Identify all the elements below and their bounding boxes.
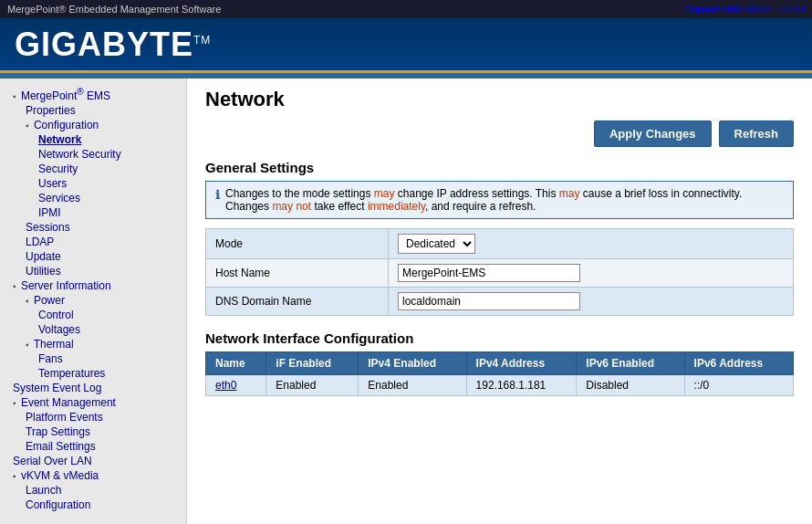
col-ipv6-address: IPv6 Address xyxy=(684,352,793,375)
nic-link-eth0[interactable]: eth0 xyxy=(215,379,236,392)
sidebar-link-mergepoint-ems[interactable]: MergePoint® EMS xyxy=(21,89,110,102)
info-text: Changes to the mode settings may change … xyxy=(225,187,784,213)
sidebar-item-serial-over-lan[interactable]: Serial Over LAN xyxy=(0,454,186,468)
sidebar-item-control[interactable]: Control xyxy=(0,308,186,322)
hostname-label: Host Name xyxy=(206,259,389,288)
content-area: Network Apply Changes Refresh General Se… xyxy=(187,79,812,524)
sidebar-item-platform-events[interactable]: Platform Events xyxy=(0,410,186,424)
general-settings-heading: General Settings xyxy=(205,160,794,175)
app-title: MergePoint® Embedded Management Software xyxy=(7,4,221,15)
sidebar-link-system-event-log[interactable]: System Event Log xyxy=(13,382,101,394)
sidebar-link-ipmi[interactable]: IPMI xyxy=(38,206,61,219)
support-link[interactable]: Support xyxy=(684,4,720,15)
sidebar-item-email-settings[interactable]: Email Settings xyxy=(0,439,186,454)
apply-changes-button[interactable]: Apply Changes xyxy=(594,121,712,147)
tree-icon: ▪ xyxy=(13,91,16,101)
sidebar-item-trap-settings[interactable]: Trap Settings xyxy=(0,424,186,439)
col-ipv4-enabled: IPv4 Enabled xyxy=(359,352,466,375)
sidebar-link-trap-settings[interactable]: Trap Settings xyxy=(26,425,90,438)
sidebar-link-utilities[interactable]: Utilities xyxy=(26,265,61,278)
sidebar-link-properties[interactable]: Properties xyxy=(26,104,76,117)
about-link[interactable]: About xyxy=(745,4,772,15)
nic-heading: Network Interface Configuration xyxy=(205,330,794,346)
sidebar-link-temperatures[interactable]: Temperatures xyxy=(38,367,105,380)
sidebar-item-sessions[interactable]: Sessions xyxy=(0,220,186,235)
sidebar-item-update[interactable]: Update xyxy=(0,249,186,264)
sidebar-item-users[interactable]: Users xyxy=(0,176,186,191)
sidebar-item-temperatures[interactable]: Temperatures xyxy=(0,366,186,381)
sidebar-link-launch[interactable]: Launch xyxy=(26,484,61,497)
table-row-hostname: Host Name xyxy=(206,259,794,288)
toolbar: Apply Changes Refresh xyxy=(205,121,794,147)
sidebar-item-event-management[interactable]: ▪ Event Management xyxy=(0,395,186,410)
sidebar-link-security[interactable]: Security xyxy=(38,162,78,175)
sidebar-link-ldap[interactable]: LDAP xyxy=(26,236,54,248)
settings-table: Mode Dedicated Shared Failover Host Name xyxy=(205,228,794,316)
sidebar-item-utilities[interactable]: Utilities xyxy=(0,264,186,278)
sidebar-link-control[interactable]: Control xyxy=(38,309,74,321)
nic-name-eth0[interactable]: eth0 xyxy=(206,375,266,396)
sidebar-link-email-settings[interactable]: Email Settings xyxy=(26,440,96,453)
sidebar-item-fans[interactable]: Fans xyxy=(0,351,186,366)
sidebar-link-users[interactable]: Users xyxy=(38,177,67,190)
nic-ipv4-enabled-eth0: Enabled xyxy=(359,375,466,396)
table-row-dns: DNS Domain Name xyxy=(206,288,794,316)
sidebar-link-event-management[interactable]: Event Management xyxy=(21,396,116,409)
sidebar-link-network-security[interactable]: Network Security xyxy=(38,148,121,161)
logo-bar: GIGABYTETM xyxy=(0,18,812,73)
sidebar-item-configuration[interactable]: ▪ Configuration xyxy=(0,118,186,132)
sidebar-item-power[interactable]: ▪ Power xyxy=(0,293,186,308)
sidebar-link-services[interactable]: Services xyxy=(38,192,80,204)
refresh-button[interactable]: Refresh xyxy=(719,121,794,147)
table-row-mode: Mode Dedicated Shared Failover xyxy=(206,229,794,259)
sidebar-item-ldap[interactable]: LDAP xyxy=(0,235,186,249)
sidebar-link-configuration[interactable]: Configuration xyxy=(34,119,99,131)
sidebar-link-config2[interactable]: Configuration xyxy=(26,498,90,511)
sidebar: ▪ MergePoint® EMS Properties ▪ Configura… xyxy=(0,79,187,524)
nic-ipv4-address-eth0: 192.168.1.181 xyxy=(466,375,577,396)
sidebar-item-network-security[interactable]: Network Security xyxy=(0,147,186,162)
sidebar-link-sessions[interactable]: Sessions xyxy=(26,221,70,234)
sidebar-item-ipmi[interactable]: IPMI xyxy=(0,205,186,220)
sidebar-link-network[interactable]: Network xyxy=(38,133,81,146)
tree-icon-server: ▪ xyxy=(13,281,16,291)
main-layout: ▪ MergePoint® EMS Properties ▪ Configura… xyxy=(0,79,812,524)
nic-ipv6-address-eth0: ::/0 xyxy=(684,375,793,396)
col-if-enabled: iF Enabled xyxy=(266,352,359,375)
nic-if-enabled-eth0: Enabled xyxy=(266,375,359,396)
hostname-input[interactable] xyxy=(398,264,580,282)
sidebar-item-launch[interactable]: Launch xyxy=(0,483,186,498)
sidebar-item-vkvm-vmedia[interactable]: ▪ vKVM & vMedia xyxy=(0,468,186,483)
dns-input[interactable] xyxy=(398,292,580,310)
col-ipv6-enabled: IPv6 Enabled xyxy=(577,352,684,375)
sidebar-link-power[interactable]: Power xyxy=(34,294,65,307)
sidebar-link-thermal[interactable]: Thermal xyxy=(34,338,74,351)
top-bar: MergePoint® Embedded Management Software… xyxy=(0,0,812,18)
sidebar-link-platform-events[interactable]: Platform Events xyxy=(26,411,103,424)
nic-row-eth0: eth0 Enabled Enabled 192.168.1.181 Disab… xyxy=(206,375,794,396)
mode-label: Mode xyxy=(206,229,389,259)
sidebar-link-vkvm-vmedia[interactable]: vKVM & vMedia xyxy=(21,469,99,482)
sidebar-item-security[interactable]: Security xyxy=(0,162,186,176)
sidebar-link-fans[interactable]: Fans xyxy=(38,352,63,365)
sidebar-item-mergepoint-ems[interactable]: ▪ MergePoint® EMS xyxy=(0,86,186,103)
sidebar-item-services[interactable]: Services xyxy=(0,191,186,205)
sidebar-item-server-information[interactable]: ▪ Server Information xyxy=(0,278,186,293)
sidebar-link-server-information[interactable]: Server Information xyxy=(21,279,111,292)
dns-label: DNS Domain Name xyxy=(206,288,389,316)
help-link[interactable]: Help xyxy=(722,4,743,15)
tree-icon-config: ▪ xyxy=(26,121,29,131)
sidebar-item-system-event-log[interactable]: System Event Log xyxy=(0,381,186,395)
sidebar-item-network[interactable]: Network xyxy=(0,132,186,147)
nic-header-row: Name iF Enabled IPv4 Enabled IPv4 Addres… xyxy=(206,352,794,375)
logout-link[interactable]: Logout xyxy=(774,4,805,15)
sidebar-item-thermal[interactable]: ▪ Thermal xyxy=(0,337,186,351)
sidebar-item-properties[interactable]: Properties xyxy=(0,103,186,118)
sidebar-item-voltages[interactable]: Voltages xyxy=(0,322,186,337)
sidebar-link-update[interactable]: Update xyxy=(26,250,61,263)
mode-select[interactable]: Dedicated Shared Failover xyxy=(398,234,475,254)
nic-ipv6-enabled-eth0: Disabled xyxy=(577,375,684,396)
sidebar-link-serial-over-lan[interactable]: Serial Over LAN xyxy=(13,455,92,467)
sidebar-item-config2[interactable]: Configuration xyxy=(0,498,186,512)
sidebar-link-voltages[interactable]: Voltages xyxy=(38,323,80,336)
